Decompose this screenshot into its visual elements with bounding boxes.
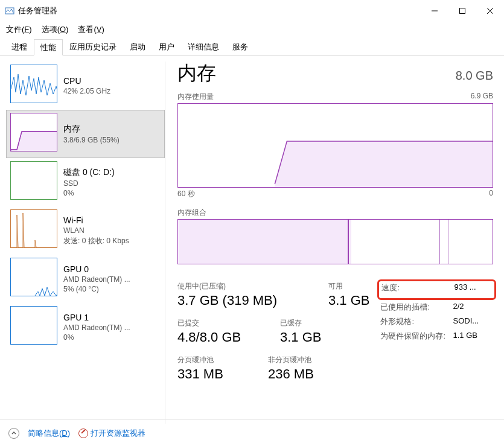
- tab-details[interactable]: 详细信息: [181, 39, 226, 55]
- paged-label: 分页缓冲池: [177, 355, 244, 365]
- sidebar-item-disk[interactable]: 磁盘 0 (C: D:) SSD 0%: [6, 158, 165, 206]
- menubar: 文件(F) 选项(O) 查看(V): [0, 22, 504, 37]
- reserved-label: 为硬件保留的内存:: [380, 331, 453, 342]
- reserved-value: 1.1 GB: [453, 331, 477, 342]
- bottom-bar: 简略信息(D) 打开资源监视器: [0, 419, 504, 446]
- memory-usage-chart[interactable]: [177, 103, 493, 188]
- sidebar-item-label: 磁盘 0 (C: D:): [63, 167, 115, 178]
- resource-monitor-icon: [78, 428, 88, 438]
- available-label: 可用: [328, 281, 369, 291]
- usage-chart-label: 内存使用量: [177, 92, 214, 102]
- sidebar-item-label: Wi-Fi: [63, 215, 129, 225]
- svg-rect-2: [460, 8, 465, 13]
- sidebar-item-label: GPU 1: [63, 313, 130, 322]
- in-use-value: 3.7 GB (319 MB): [177, 293, 304, 308]
- speed-highlight: 速度: 933 ...: [377, 279, 496, 300]
- available-value: 3.1 GB: [328, 293, 369, 308]
- menu-options[interactable]: 选项(O): [42, 24, 69, 35]
- form-value: SODI...: [453, 316, 479, 327]
- tab-processes[interactable]: 进程: [5, 39, 34, 55]
- form-label: 外形规格:: [380, 316, 453, 327]
- tab-services[interactable]: 服务: [226, 39, 255, 55]
- tab-startup[interactable]: 启动: [123, 39, 152, 55]
- maximize-button[interactable]: [448, 1, 476, 21]
- minimize-button[interactable]: [421, 1, 448, 21]
- cpu-thumbnail: [10, 65, 57, 103]
- slots-label: 已使用的插槽:: [380, 302, 453, 313]
- memory-composition-label: 内存组合: [177, 208, 493, 218]
- speed-label: 速度:: [381, 282, 454, 293]
- committed-label: 已提交: [177, 318, 256, 328]
- tab-users[interactable]: 用户: [152, 39, 181, 55]
- sidebar: CPU 42% 2.05 GHz 内存 3.8/6.9 GB (55%) 磁盘 …: [6, 62, 165, 424]
- cached-value: 3.1 GB: [280, 330, 321, 345]
- svg-marker-5: [11, 132, 57, 151]
- app-icon: [5, 6, 14, 16]
- in-use-label: 使用中(已压缩): [177, 281, 304, 291]
- usage-chart-max: 6.9 GB: [471, 92, 493, 102]
- menu-view[interactable]: 查看(V): [78, 24, 104, 35]
- sidebar-item-label: CPU: [63, 76, 110, 86]
- titlebar: 任务管理器: [0, 0, 504, 22]
- window-controls: [421, 1, 504, 21]
- sidebar-item-label: GPU 0: [63, 264, 130, 274]
- sidebar-item-label: 内存: [63, 124, 120, 135]
- window-title: 任务管理器: [18, 5, 421, 16]
- menu-file[interactable]: 文件(F): [6, 24, 32, 35]
- tab-app-history[interactable]: 应用历史记录: [63, 39, 123, 55]
- close-button[interactable]: [476, 1, 504, 21]
- axis-left: 60 秒: [177, 189, 195, 199]
- main-panel: 内存 8.0 GB 内存使用量 6.9 GB 60 秒 0 内存组合: [165, 56, 504, 424]
- memory-composition-chart[interactable]: [177, 219, 493, 264]
- tab-performance[interactable]: 性能: [34, 39, 63, 56]
- gpu0-thumbnail: [10, 258, 57, 296]
- sidebar-item-gpu0[interactable]: GPU 0 AMD Radeon(TM) ... 5% (40 °C): [6, 255, 165, 303]
- tabs: 进程 性能 应用历史记录 启动 用户 详细信息 服务: [0, 39, 504, 56]
- paged-value: 331 MB: [177, 366, 244, 382]
- memory-thumbnail: [10, 113, 57, 151]
- collapse-button[interactable]: [8, 428, 19, 439]
- sidebar-item-wifi[interactable]: Wi-Fi WLAN 发送: 0 接收: 0 Kbps: [6, 206, 165, 255]
- sidebar-item-memory[interactable]: 内存 3.8/6.9 GB (55%): [6, 110, 165, 158]
- sidebar-item-gpu1[interactable]: GPU 1 AMD Radeon(TM) ... 0%: [6, 303, 165, 351]
- axis-right: 0: [489, 189, 493, 199]
- memory-total: 8.0 GB: [456, 69, 493, 83]
- speed-value: 933 ...: [454, 282, 476, 293]
- nonpaged-value: 236 MB: [268, 366, 314, 382]
- sidebar-item-cpu[interactable]: CPU 42% 2.05 GHz: [6, 62, 165, 110]
- wifi-thumbnail: [10, 209, 57, 248]
- disk-thumbnail: [10, 161, 57, 200]
- fewer-details-link[interactable]: 简略信息(D): [28, 428, 70, 439]
- cached-label: 已缓存: [280, 318, 321, 328]
- slots-value: 2/2: [453, 302, 464, 313]
- gpu1-thumbnail: [10, 306, 57, 345]
- committed-value: 4.8/8.0 GB: [177, 330, 256, 345]
- svg-marker-6: [275, 141, 493, 187]
- nonpaged-label: 非分页缓冲池: [268, 355, 314, 365]
- page-title: 内存: [177, 60, 216, 87]
- open-resource-monitor-link[interactable]: 打开资源监视器: [91, 428, 145, 439]
